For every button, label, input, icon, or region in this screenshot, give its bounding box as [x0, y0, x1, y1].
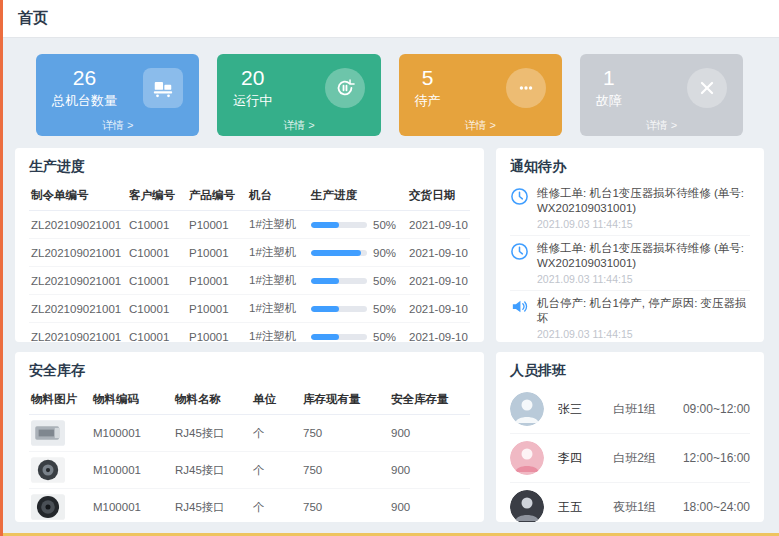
column-header: 安全库存量 [389, 385, 470, 415]
progress-label: 50% [373, 331, 396, 343]
detail-link[interactable]: 详情 > [36, 118, 199, 133]
main-content: 生产进度 制令单编号 客户编号 产品编号 机台 生产进度 交货日期 ZL2021… [15, 148, 764, 522]
customer-no-cell: C10001 [127, 323, 187, 343]
table-row: ZL202109021001 C10001 P10001 1#注塑机 50% 2… [29, 323, 470, 343]
stat-card-running[interactable]: 20 运行中 详情 > [217, 54, 380, 136]
progress-bar: 50% [311, 331, 405, 343]
person-shift: 白班1组 [613, 401, 683, 418]
notification-item[interactable]: 维修工单: 机台1变压器损坏待维修 (单号: WX202109031001) 2… [510, 236, 750, 291]
column-header: 客户编号 [127, 181, 187, 211]
person-name: 张三 [558, 401, 613, 418]
speaker-icon [510, 297, 529, 316]
notification-item[interactable]: 机台停产: 机台1停产, 停产原因: 变压器损坏 2021.09.03 11:4… [510, 291, 750, 342]
progress-label: 50% [373, 275, 396, 287]
waiting-icon [506, 68, 546, 108]
progress-bar: 50% [311, 275, 405, 287]
stat-cards: 26 总机台数量 详情 > 20 运行中 [36, 54, 743, 136]
stat-value: 1 [596, 66, 622, 89]
material-image-round-connector [31, 457, 65, 483]
safety-stock-panel: 安全库存 物料图片 物料编码 物料名称 单位 库存现有量 安全库存量 [15, 352, 484, 522]
column-header: 物料名称 [173, 385, 251, 415]
page-title: 首页 [18, 9, 48, 28]
stat-label: 待产 [415, 92, 441, 110]
notification-text: 维修工单: 机台1变压器损坏待维修 (单号: WX202109031001) [537, 186, 750, 216]
running-icon [325, 68, 365, 108]
column-header: 交货日期 [407, 181, 470, 211]
material-code-cell: M100001 [91, 489, 173, 523]
stock-qty-cell: 750 [301, 489, 389, 523]
detail-link[interactable]: 详情 > [399, 118, 562, 133]
panel-title: 人员排班 [510, 362, 750, 380]
product-no-cell: P10001 [187, 295, 247, 323]
column-header: 库存现有量 [301, 385, 389, 415]
table-row: M100001 RJ45接口 个 750 900 [29, 415, 470, 452]
progress-bar: 50% [311, 219, 405, 231]
order-no-cell: ZL202109021001 [29, 211, 127, 239]
panel-title: 安全库存 [29, 362, 470, 380]
product-no-cell: P10001 [187, 323, 247, 343]
person-time: 09:00~12:00 [683, 402, 750, 416]
person-name: 李四 [558, 450, 613, 467]
unit-cell: 个 [251, 489, 301, 523]
column-header: 产品编号 [187, 181, 247, 211]
customer-no-cell: C10001 [127, 239, 187, 267]
table-row: M100001 RJ45接口 个 750 900 [29, 489, 470, 523]
stat-value: 20 [233, 66, 272, 89]
person-time: 18:00~24:00 [683, 500, 750, 514]
notification-item[interactable]: 维修工单: 机台1变压器损坏待维修 (单号: WX202109031001) 2… [510, 181, 750, 236]
machine-cell: 1#注塑机 [247, 239, 309, 267]
customer-no-cell: C10001 [127, 295, 187, 323]
column-header: 制令单编号 [29, 181, 127, 211]
machine-cell: 1#注塑机 [247, 267, 309, 295]
notification-time: 2021.09.03 11:44:15 [537, 273, 750, 285]
schedule-row: 李四 白班2组 12:00~16:00 [510, 434, 750, 483]
page-header: 首页 [0, 0, 779, 38]
stat-card-total-machines[interactable]: 26 总机台数量 详情 > [36, 54, 199, 136]
column-header: 单位 [251, 385, 301, 415]
person-time: 12:00~16:00 [683, 451, 750, 465]
notifications-panel: 通知待办 维修工单: 机台1变压器损坏待维修 (单号: WX2021090310… [496, 148, 764, 342]
product-no-cell: P10001 [187, 239, 247, 267]
fault-icon [687, 68, 727, 108]
production-progress-panel: 生产进度 制令单编号 客户编号 产品编号 机台 生产进度 交货日期 ZL2021… [15, 148, 484, 342]
order-no-cell: ZL202109021001 [29, 323, 127, 343]
table-header-row: 物料图片 物料编码 物料名称 单位 库存现有量 安全库存量 [29, 385, 470, 415]
stat-label: 故障 [596, 92, 622, 110]
material-name-cell: RJ45接口 [173, 452, 251, 489]
stat-label: 运行中 [233, 92, 272, 110]
unit-cell: 个 [251, 415, 301, 452]
order-no-cell: ZL202109021001 [29, 295, 127, 323]
delivery-date-cell: 2021-09-10 [407, 295, 470, 323]
customer-no-cell: C10001 [127, 267, 187, 295]
detail-link[interactable]: 详情 > [217, 118, 380, 133]
progress-label: 50% [373, 303, 396, 315]
person-shift: 夜班1组 [613, 499, 683, 516]
table-row: ZL202109021001 C10001 P10001 1#注塑机 50% 2… [29, 267, 470, 295]
product-no-cell: P10001 [187, 267, 247, 295]
schedule-row: 张三 白班1组 09:00~12:00 [510, 385, 750, 434]
material-name-cell: RJ45接口 [173, 415, 251, 452]
person-name: 王五 [558, 499, 613, 516]
table-row: ZL202109021001 C10001 P10001 1#注塑机 50% 2… [29, 211, 470, 239]
person-shift: 白班2组 [613, 450, 683, 467]
safety-qty-cell: 900 [389, 452, 470, 489]
avatar [510, 392, 544, 426]
progress-label: 50% [373, 219, 396, 231]
panel-title: 通知待办 [510, 158, 750, 176]
material-image-metal-connector [31, 420, 65, 446]
column-header: 生产进度 [309, 181, 407, 211]
column-header: 物料图片 [29, 385, 91, 415]
stat-value: 5 [415, 66, 441, 89]
safety-qty-cell: 900 [389, 489, 470, 523]
avatar [510, 490, 544, 522]
delivery-date-cell: 2021-09-10 [407, 267, 470, 295]
table-row: ZL202109021001 C10001 P10001 1#注塑机 50% 2… [29, 295, 470, 323]
progress-bar: 50% [311, 303, 405, 315]
delivery-date-cell: 2021-09-10 [407, 323, 470, 343]
stat-card-waiting[interactable]: 5 待产 详情 > [399, 54, 562, 136]
production-table: 制令单编号 客户编号 产品编号 机台 生产进度 交货日期 ZL202109021… [29, 181, 470, 342]
stat-card-fault[interactable]: 1 故障 详情 > [580, 54, 743, 136]
column-header: 机台 [247, 181, 309, 211]
detail-link[interactable]: 详情 > [580, 118, 743, 133]
notification-time: 2021.09.03 11:44:15 [537, 218, 750, 230]
